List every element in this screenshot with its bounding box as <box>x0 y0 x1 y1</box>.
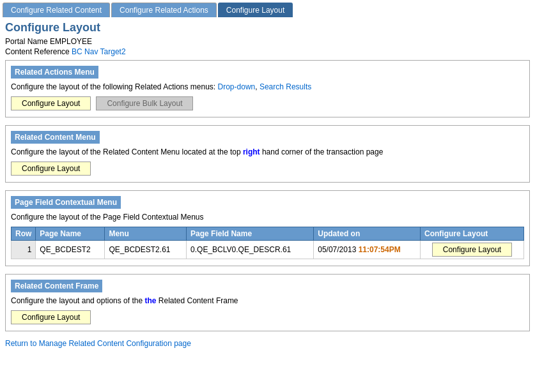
cell-configure-layout: Configure Layout <box>420 241 523 259</box>
col-page-field-name: Page Field Name <box>187 227 314 241</box>
configure-layout-button-3[interactable]: Configure Layout <box>11 310 91 324</box>
rcf-desc-highlight: the <box>144 296 156 305</box>
related-content-menu-header: Related Content Menu <box>11 131 100 144</box>
return-link[interactable]: Return to Manage Related Content Configu… <box>5 339 191 348</box>
content-ref-row: Content Reference BC Nav Target2 <box>5 47 530 56</box>
rcm-desc-after: hand corner of the transaction page <box>260 147 384 156</box>
page-field-table-header-row: Row Page Name Menu Page Field Name Updat… <box>12 227 524 241</box>
related-content-menu-box: Related Content Menu Configure the layou… <box>5 125 530 183</box>
related-content-frame-header-wrapper: Related Content Frame <box>6 275 529 292</box>
footer-link-container: Return to Manage Related Content Configu… <box>5 339 530 348</box>
related-content-frame-section: Related Content Frame Configure the layo… <box>5 274 530 331</box>
updated-on-time: 11:07:54PM <box>359 245 401 254</box>
related-content-menu-btn-row: Configure Layout <box>11 162 524 176</box>
related-actions-menu-section: Related Actions Menu Configure the layou… <box>5 60 530 117</box>
search-results-link[interactable]: Search Results <box>260 82 311 91</box>
col-page-name: Page Name <box>36 227 105 241</box>
page-field-table-body: 1 QE_BCDEST2 QE_BCDEST2.61 0.QE_BCLV0.QE… <box>12 241 524 259</box>
content-ref-label: Content Reference <box>5 47 70 56</box>
related-actions-btn-row: Configure Layout Configure Bulk Layout <box>11 96 524 110</box>
col-row: Row <box>12 227 36 241</box>
related-content-frame-box: Related Content Frame Configure the layo… <box>5 274 530 331</box>
cell-updated-on: 05/07/2013 11:07:54PM <box>314 241 421 259</box>
related-actions-menu-desc: Configure the layout of the following Re… <box>11 82 524 91</box>
configure-layout-button-1[interactable]: Configure Layout <box>11 96 91 110</box>
rcf-desc-before: Configure the layout and options of the <box>11 296 144 305</box>
page-field-table: Row Page Name Menu Page Field Name Updat… <box>11 227 524 259</box>
rcm-desc-highlight: right <box>243 147 260 156</box>
configure-layout-button-2[interactable]: Configure Layout <box>11 162 91 176</box>
cell-page-field-name: 0.QE_BCLV0.QE_DESCR.61 <box>187 241 314 259</box>
page-field-contextual-menu-header-wrapper: Page Field Contextual Menu <box>6 191 529 209</box>
rcf-desc-after: Related Content Frame <box>156 296 238 305</box>
related-content-frame-header: Related Content Frame <box>11 280 102 292</box>
related-actions-menu-body: Configure the layout of the following Re… <box>6 79 529 117</box>
related-actions-menu-box: Related Actions Menu Configure the layou… <box>5 60 530 117</box>
table-row: 1 QE_BCDEST2 QE_BCDEST2.61 0.QE_BCLV0.QE… <box>12 241 524 259</box>
related-content-frame-desc: Configure the layout and options of the … <box>11 296 524 305</box>
updated-on-date: 05/07/2013 <box>318 245 356 254</box>
dropdown-link[interactable]: Drop-down <box>218 82 256 91</box>
related-actions-desc-comma: , <box>255 82 260 91</box>
tab-related-content[interactable]: Configure Related Content <box>3 3 110 17</box>
page-field-contextual-menu-box: Page Field Contextual Menu Configure the… <box>5 190 530 266</box>
portal-name-value-text: EMPLOYEE <box>50 37 92 46</box>
related-actions-desc-text: Configure the layout of the following Re… <box>11 82 218 91</box>
page-title: Configure Layout <box>5 21 530 34</box>
related-content-menu-desc: Configure the layout of the Related Cont… <box>11 147 524 156</box>
page-field-contextual-menu-body: Configure the layout of the Page Field C… <box>6 209 529 266</box>
rcm-desc-before: Configure the layout of the Related Cont… <box>11 147 243 156</box>
related-content-frame-body: Configure the layout and options of the … <box>6 292 529 331</box>
page-field-contextual-desc: Configure the layout of the Page Field C… <box>11 213 524 222</box>
configure-bulk-layout-button[interactable]: Configure Bulk Layout <box>96 96 193 110</box>
portal-name-label: Portal Name <box>5 37 48 46</box>
portal-name-row: Portal Name EMPLOYEE <box>5 37 530 46</box>
tab-configure-layout[interactable]: Configure Layout <box>218 3 293 17</box>
related-content-menu-section: Related Content Menu Configure the layou… <box>5 125 530 183</box>
page-field-table-head: Row Page Name Menu Page Field Name Updat… <box>12 227 524 241</box>
col-menu: Menu <box>105 227 187 241</box>
page-field-contextual-menu-section: Page Field Contextual Menu Configure the… <box>5 190 530 266</box>
tab-related-actions[interactable]: Configure Related Actions <box>111 3 217 17</box>
related-content-menu-header-wrapper: Related Content Menu <box>6 126 529 144</box>
cell-menu: QE_BCDEST2.61 <box>105 241 187 259</box>
tab-bar: Configure Related Content Configure Rela… <box>0 0 535 17</box>
table-configure-layout-button[interactable]: Configure Layout <box>432 243 512 257</box>
page-content: Configure Layout Portal Name EMPLOYEE Co… <box>0 17 535 352</box>
pfcm-desc-text: Configure the layout of the Page Field C… <box>11 213 204 222</box>
col-configure-layout: Configure Layout <box>420 227 523 241</box>
content-ref-link[interactable]: BC Nav Target2 <box>72 47 126 56</box>
col-updated-on: Updated on <box>314 227 421 241</box>
cell-page-name: QE_BCDEST2 <box>36 241 105 259</box>
related-content-menu-body: Configure the layout of the Related Cont… <box>6 144 529 182</box>
page-field-contextual-menu-header: Page Field Contextual Menu <box>11 196 121 209</box>
cell-row-num: 1 <box>12 241 36 259</box>
related-content-frame-btn-row: Configure Layout <box>11 310 524 324</box>
related-actions-menu-header: Related Actions Menu <box>11 66 98 79</box>
related-actions-menu-header-wrapper: Related Actions Menu <box>6 61 529 79</box>
